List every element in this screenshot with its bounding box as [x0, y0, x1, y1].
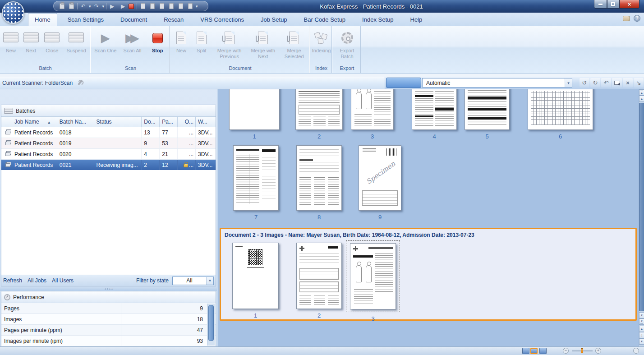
document-split-icon[interactable]: [148, 2, 156, 10]
refresh-link[interactable]: Refresh: [3, 277, 22, 284]
scrollbar-thumb[interactable]: [208, 305, 214, 341]
scroll-to-bottom-button[interactable]: ▼: [639, 318, 644, 325]
new-batch-icon[interactable]: [58, 2, 66, 10]
scan-one-button[interactable]: ▶ Scan One: [92, 28, 119, 64]
kofax-logo[interactable]: [2, 1, 24, 24]
next-page-button[interactable]: ▼: [639, 338, 644, 345]
all-jobs-link[interactable]: All Jobs: [28, 277, 46, 284]
fit-page-icon[interactable]: [633, 348, 639, 354]
view-mode-1-button[interactable]: [522, 348, 529, 354]
zoom-out-icon[interactable]: −: [563, 348, 569, 354]
tab-job-setup[interactable]: Job Setup: [254, 14, 294, 26]
batch-row-0019[interactable]: Patient Records 0019 9 53 ... 3DV...: [1, 138, 216, 149]
merge-selected-button[interactable]: Merge Selected: [279, 28, 309, 64]
panel-splitter[interactable]: [0, 286, 217, 291]
viewer-scrollbar[interactable]: ▲ ▲ ▼ ▼ ▲ ↕ ▼: [639, 89, 644, 346]
batch-page-thumbnail-1[interactable]: 1: [229, 89, 280, 140]
batch-page-thumbnail-2[interactable]: 2: [295, 89, 343, 140]
rotate-180-icon[interactable]: ↶: [601, 78, 611, 88]
rotation-mode-select[interactable]: Automatic ▾: [422, 78, 572, 88]
split-document-button[interactable]: Split: [191, 28, 212, 64]
rescan-image-icon[interactable]: ↘: [634, 78, 644, 88]
documentation-icon[interactable]: [623, 16, 630, 21]
view-mode-3-button[interactable]: [539, 348, 547, 354]
column-header-icon[interactable]: [1, 117, 12, 127]
batch-page-thumbnail-8[interactable]: 8: [296, 145, 342, 221]
batch-page-thumbnail-6[interactable]: 6: [528, 89, 593, 140]
document-page-thumbnail-1[interactable]: 1: [232, 243, 279, 319]
stop-icon[interactable]: [127, 2, 135, 10]
tab-bar-code-setup[interactable]: Bar Code Setup: [298, 14, 352, 26]
undo-caret-icon[interactable]: ▾: [89, 4, 91, 9]
column-header-job-name[interactable]: Job Name▲: [12, 117, 57, 127]
next-batch-icon[interactable]: [68, 2, 75, 10]
batch-row-0018[interactable]: Patient Records 0018 13 77 ... 3DV...: [1, 127, 216, 138]
region-select-icon[interactable]: [612, 78, 622, 88]
export-batch-icon[interactable]: [186, 2, 194, 10]
batch-page-thumbnail-3[interactable]: 3: [351, 89, 394, 140]
batch-row-0021-selected[interactable]: Patient Records 0021 Receiving imag... 2…: [1, 160, 216, 171]
view-mode-segment[interactable]: [386, 78, 421, 88]
new-document-button[interactable]: New: [171, 28, 191, 64]
scroll-to-top-button[interactable]: ▲: [639, 89, 644, 96]
suspend-batch-button[interactable]: Suspend: [63, 28, 90, 64]
scan-one-icon[interactable]: ▶: [108, 2, 116, 10]
previous-page-button[interactable]: ▲: [639, 326, 644, 332]
next-batch-button[interactable]: Next: [21, 28, 41, 64]
redo-icon[interactable]: ↷: [93, 2, 101, 10]
zoom-slider-thumb[interactable]: [581, 348, 583, 353]
document-page-thumbnail-2[interactable]: 2: [296, 243, 342, 319]
column-header-pages[interactable]: Pa...: [160, 117, 178, 127]
tab-scan-settings[interactable]: Scan Settings: [61, 14, 110, 26]
tab-vrs-corrections[interactable]: VRS Corrections: [194, 14, 250, 26]
batch-page-thumbnail-9[interactable]: Specimen 9: [359, 145, 401, 221]
batch-page-thumbnail-7[interactable]: 7: [233, 145, 279, 221]
merge-previous-icon[interactable]: [158, 2, 166, 10]
view-mode-2-button[interactable]: [530, 348, 538, 354]
all-users-link[interactable]: All Users: [52, 277, 74, 284]
column-header-o[interactable]: O...: [178, 117, 196, 127]
document-new-icon[interactable]: [139, 2, 147, 10]
maximize-button[interactable]: [607, 0, 619, 9]
scan-all-button[interactable]: ▶▶ Scan All: [119, 28, 146, 64]
merge-with-next-button[interactable]: Merge with Next: [247, 28, 279, 64]
stop-button[interactable]: Stop: [146, 28, 169, 64]
filter-state-select[interactable]: All ▾: [172, 277, 214, 285]
scanner-settings-icon[interactable]: [75, 78, 85, 88]
indexing-icon[interactable]: [177, 2, 184, 10]
tab-help[interactable]: Help: [404, 14, 429, 26]
split-view-button[interactable]: ↕: [639, 332, 644, 338]
document-page-thumbnail-3-selected[interactable]: 3: [346, 240, 400, 322]
close-button[interactable]: ×: [619, 0, 639, 9]
scroll-down-button[interactable]: ▼: [639, 312, 644, 318]
column-header-status[interactable]: Status: [94, 117, 142, 127]
help-icon[interactable]: ?: [634, 15, 640, 22]
indexing-button[interactable]: Indexing: [311, 28, 331, 64]
merge-next-icon[interactable]: [167, 2, 175, 10]
rotate-right-icon[interactable]: ↻: [590, 78, 600, 88]
close-batch-button[interactable]: Close: [41, 28, 63, 64]
scrollbar-thumb[interactable]: [639, 103, 644, 311]
tab-home[interactable]: Home: [28, 13, 57, 26]
column-header-w[interactable]: W...: [196, 117, 216, 127]
rotate-left-icon[interactable]: ↺: [580, 78, 589, 88]
minimize-button[interactable]: [594, 0, 607, 9]
toolbar-overflow-icon[interactable]: ▾: [196, 4, 198, 9]
batch-page-thumbnail-5[interactable]: 5: [465, 89, 510, 140]
performance-scrollbar[interactable]: [207, 304, 215, 346]
export-batch-button[interactable]: Export Batch: [334, 28, 360, 64]
column-header-batch-name[interactable]: Batch Na...: [57, 117, 94, 127]
scroll-up-button[interactable]: ▲: [639, 96, 644, 102]
batch-row-0020[interactable]: Patient Records 0020 4 21 ... 3DV...: [1, 149, 216, 160]
delete-image-icon[interactable]: ×: [623, 78, 633, 88]
tab-rescan[interactable]: Rescan: [157, 14, 190, 26]
new-batch-button[interactable]: New: [1, 28, 21, 64]
tab-index-setup[interactable]: Index Setup: [356, 14, 400, 26]
tab-document[interactable]: Document: [114, 14, 153, 26]
zoom-in-icon[interactable]: +: [595, 348, 601, 354]
merge-with-previous-button[interactable]: Merge with Previous: [212, 28, 247, 64]
batch-page-thumbnail-4[interactable]: 4: [412, 89, 457, 140]
column-header-documents[interactable]: Do...: [142, 117, 160, 127]
undo-icon[interactable]: ↶: [79, 2, 87, 10]
scan-all-icon[interactable]: ▶: [118, 2, 125, 10]
